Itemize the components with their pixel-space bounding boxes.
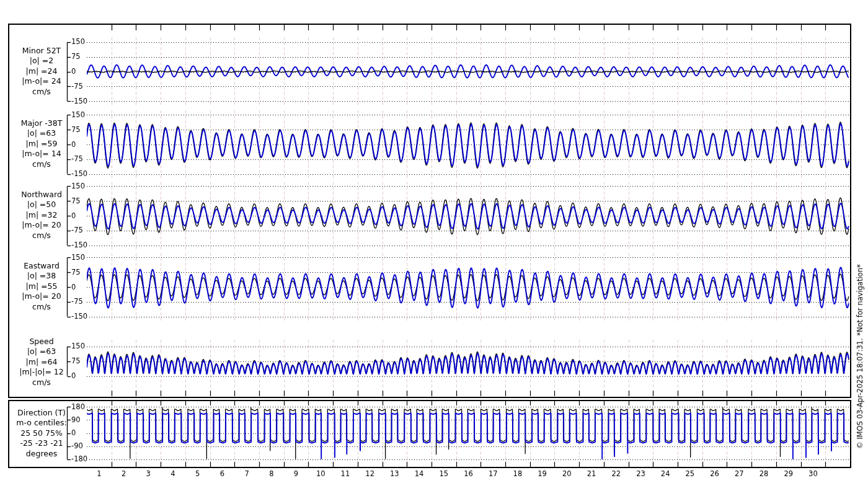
y-tick-label: 180 <box>71 403 86 411</box>
panel-label-line: |m| =24 <box>4 66 79 77</box>
x-day-label: 23 <box>631 469 650 478</box>
panel-label-line: |o| =2 <box>4 56 79 66</box>
panel-label-line: degrees <box>4 449 79 459</box>
x-day-label: 8 <box>262 469 281 478</box>
y-tick-label: 150 <box>71 38 86 46</box>
panel-label-line: |m-o|= 24 <box>4 76 79 87</box>
panel-label-line: |o| =63 <box>4 128 79 139</box>
panel-label-line: |m-o|= 20 <box>4 220 79 231</box>
panel-label-line: m-o centiles: <box>4 418 79 428</box>
panel-label-line: |o| =63 <box>4 347 79 357</box>
panel-label-line: |o| =38 <box>4 271 79 281</box>
panel-label-direction: Direction (T)m-o centiles:25 50 75%-25 -… <box>4 408 79 459</box>
panel-label-line: 25 50 75% <box>4 428 79 439</box>
y-tick-label: 75 <box>71 53 82 61</box>
y-tick-label: 150 <box>71 182 86 190</box>
x-day-label: 21 <box>582 469 601 478</box>
y-tick-label: 0 <box>71 429 77 437</box>
x-day-label: 3 <box>139 469 157 478</box>
x-day-label: 15 <box>435 469 453 478</box>
x-day-label: 5 <box>188 469 207 478</box>
panel-label-line: cm/s <box>4 378 79 388</box>
panel-label-line: |m| =64 <box>4 357 79 368</box>
y-tick-label: -75 <box>71 82 84 91</box>
x-day-label: 30 <box>804 469 822 478</box>
panel-label-line: cm/s <box>4 159 79 170</box>
y-tick-label: 150 <box>71 111 86 119</box>
x-day-label: 6 <box>213 469 231 478</box>
panel-label-line: -25 -23 -21 <box>4 438 79 449</box>
x-day-label: 24 <box>656 469 675 478</box>
y-tick-label: -75 <box>71 298 84 306</box>
panel-label-line: Major -38T <box>4 118 79 129</box>
panel-label-minor: Minor 52T|o| =2|m| =24|m-o|= 24cm/s <box>4 46 79 97</box>
y-tick-label: 0 <box>71 68 77 76</box>
y-tick-label: -150 <box>71 241 89 249</box>
panel-label-line: |m-o|= 20 <box>4 291 79 302</box>
x-day-label: 27 <box>730 469 748 478</box>
x-day-label: 18 <box>508 469 527 478</box>
y-tick-label: 150 <box>71 254 86 262</box>
x-day-label: 7 <box>237 469 256 478</box>
y-tick-label: 0 <box>71 212 77 220</box>
x-day-label: 14 <box>410 469 428 478</box>
y-tick-label: 75 <box>71 197 82 205</box>
x-day-label: 29 <box>779 469 798 478</box>
panel-label-line: cm/s <box>4 231 79 241</box>
x-day-label: 25 <box>681 469 699 478</box>
x-day-label: 19 <box>533 469 552 478</box>
x-day-label: 13 <box>385 469 404 478</box>
panel-label-line: cm/s <box>4 87 79 97</box>
panel-label-speed: Speed|o| =63|m| =64|m|-|o|= 12cm/s <box>4 337 79 388</box>
panel-label-line: Speed <box>4 337 79 347</box>
y-tick-label: -90 <box>71 442 84 450</box>
x-day-label: 20 <box>557 469 576 478</box>
panel-label-major: Major -38T|o| =63|m| =59|m-o|= 14cm/s <box>4 118 79 170</box>
x-day-label: 9 <box>287 469 306 478</box>
y-tick-label: 75 <box>71 357 82 365</box>
y-tick-label: 0 <box>71 141 77 149</box>
y-tick-label: -150 <box>71 170 89 178</box>
y-tick-label: 0 <box>71 372 77 380</box>
x-day-label: 22 <box>607 469 626 478</box>
tidal-velocity-figure: Predicted depth-average tidal velocity (… <box>0 0 868 496</box>
y-tick-label: -150 <box>71 97 89 105</box>
y-tick-label: 150 <box>71 342 86 350</box>
x-day-label: 1 <box>90 469 108 478</box>
panel-label-line: Direction (T) <box>4 408 79 418</box>
y-tick-label: -75 <box>71 155 84 163</box>
y-tick-label: -180 <box>71 455 89 463</box>
x-day-label: 17 <box>484 469 502 478</box>
y-tick-label: 90 <box>71 416 82 424</box>
x-day-label: 11 <box>336 469 355 478</box>
panel-label-northward: Northward|o| =50|m| =32|m-o|= 20cm/s <box>4 190 79 241</box>
panel-label-line: |m| =32 <box>4 210 79 221</box>
y-tick-label: 75 <box>71 126 82 134</box>
x-day-label: 12 <box>361 469 379 478</box>
panel-label-line: |o| =50 <box>4 200 79 210</box>
panel-label-line: Minor 52T <box>4 46 79 56</box>
y-tick-label: 75 <box>71 268 82 277</box>
panel-label-line: Northward <box>4 190 79 200</box>
x-day-label: 4 <box>164 469 182 478</box>
x-day-label: 16 <box>459 469 478 478</box>
panel-label-line: |m-o|= 14 <box>4 149 79 159</box>
x-day-label: 26 <box>706 469 724 478</box>
x-day-label: 10 <box>311 469 330 478</box>
imos-watermark: © IMOS 03-Apr-2025 18:07:31. *Not for na… <box>856 264 864 449</box>
y-tick-label: 0 <box>71 283 77 291</box>
panel-label-line: |m|-|o|= 12 <box>4 367 79 378</box>
tidal-plot-canvas <box>0 0 868 496</box>
y-tick-label: -75 <box>71 226 84 234</box>
panel-label-line: |m| =59 <box>4 139 79 149</box>
x-day-label: 28 <box>755 469 773 478</box>
panel-label-line: Eastward <box>4 261 79 272</box>
y-tick-label: -150 <box>71 312 89 321</box>
panel-label-line: cm/s <box>4 302 79 312</box>
panel-label-line: |m| =55 <box>4 281 79 292</box>
x-day-label: 2 <box>115 469 133 478</box>
panel-label-eastward: Eastward|o| =38|m| =55|m-o|= 20cm/s <box>4 261 79 312</box>
